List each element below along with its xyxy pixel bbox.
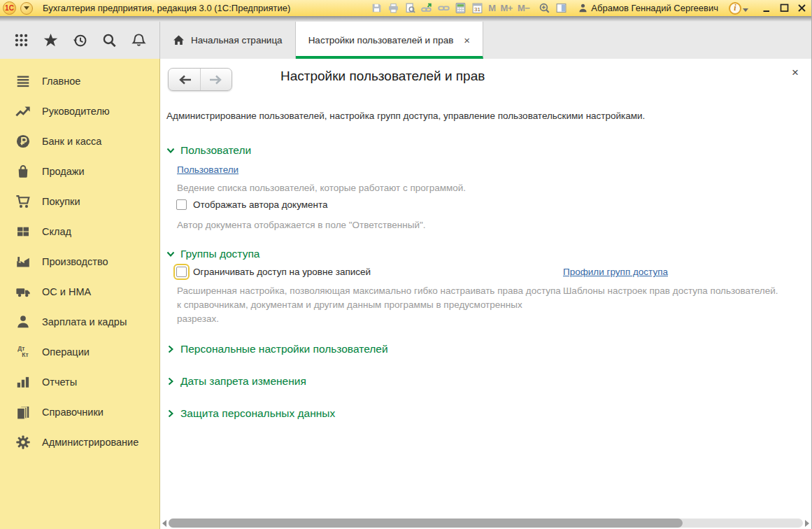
scroll-right-arrow-icon[interactable]	[805, 520, 809, 527]
user-name: Абрамов Геннадий Сергеевич	[591, 3, 718, 13]
tab-close-icon[interactable]: ×	[464, 35, 470, 45]
function-panel	[0, 22, 160, 59]
user-icon	[578, 3, 588, 13]
trend-up-icon	[15, 103, 31, 120]
titlebar-shadow	[0, 16, 811, 22]
cart-icon	[15, 193, 31, 210]
chevron-down-icon	[166, 250, 175, 258]
sidebar-item-warehouse[interactable]: Склад	[0, 216, 159, 246]
section-personal-data-protection-header[interactable]: Защита персональных данных	[166, 407, 335, 420]
sidebar-item-references[interactable]: Справочники	[0, 397, 159, 427]
page-subtitle: Администрирование пользователей, настрой…	[166, 111, 645, 121]
window-title: Бухгалтерия предприятия, редакция 3.0 (1…	[43, 3, 290, 13]
current-user[interactable]: Абрамов Геннадий Сергеевич	[578, 3, 718, 13]
minimize-icon	[762, 3, 772, 13]
sidebar-item-administration[interactable]: Администрирование	[0, 427, 159, 457]
maximize-icon	[779, 3, 790, 13]
info-icon: i	[729, 2, 741, 15]
save-icon[interactable]	[371, 2, 383, 14]
show-document-author-checkbox[interactable]: Отображать автора документа	[176, 199, 328, 210]
tab-label: Начальная страница	[191, 35, 283, 45]
maximize-button[interactable]	[779, 3, 790, 13]
sidebar-item-bank-cash[interactable]: Банк и касса	[0, 126, 159, 156]
checkbox-box[interactable]	[176, 199, 187, 210]
restrict-access-record-level-checkbox[interactable]: Ограничивать доступ на уровне записей	[176, 267, 371, 277]
history-nav-buttons	[168, 68, 232, 91]
section-change-ban-dates-header[interactable]: Даты запрета изменения	[166, 375, 306, 388]
chevron-right-icon	[166, 409, 175, 418]
calculator-icon[interactable]	[455, 2, 466, 14]
access-group-profiles-link[interactable]: Профили групп доступа	[563, 267, 668, 277]
tab-user-rights-settings[interactable]: Настройки пользователей и прав ×	[296, 22, 483, 59]
back-button[interactable]	[169, 69, 200, 90]
warehouse-grid-icon	[15, 223, 31, 240]
sidebar-item-operations[interactable]: ДтКт Операции	[0, 337, 159, 367]
sidebar-item-reports[interactable]: Отчеты	[0, 367, 159, 397]
search-icon[interactable]	[101, 32, 117, 49]
ruble-circle-icon	[15, 133, 31, 150]
get-link-icon[interactable]	[438, 2, 450, 14]
forward-button[interactable]	[200, 69, 232, 90]
go-to-link-icon[interactable]	[421, 2, 433, 14]
settings-form: Настройки пользователей и прав × Админис…	[160, 59, 811, 529]
access-group-profiles-description: Шаблоны настроек прав доступа пользовате…	[563, 284, 812, 298]
sidebar-item-purchases[interactable]: Покупки	[0, 186, 159, 216]
chevron-right-icon	[166, 377, 175, 386]
sidebar-item-sales[interactable]: Продажи	[0, 156, 159, 186]
tab-bar: Начальная страница Настройки пользовател…	[0, 22, 811, 59]
print-preview-icon[interactable]	[404, 2, 416, 14]
arrow-right-icon	[209, 75, 223, 85]
scale-m-minus-button[interactable]: M−	[518, 3, 529, 13]
home-icon	[173, 34, 185, 46]
person-icon	[15, 313, 31, 330]
favorites-star-icon[interactable]	[42, 32, 59, 49]
scroll-left-arrow-icon[interactable]	[162, 520, 166, 527]
shopping-bag-icon	[15, 163, 31, 180]
section-access-groups-header[interactable]: Группы доступа	[166, 248, 259, 260]
history-icon[interactable]	[71, 32, 88, 49]
main-menu-dropdown-button[interactable]	[20, 2, 33, 15]
1c-logo-icon[interactable]: 1С	[3, 1, 16, 15]
scrollbar-thumb[interactable]	[169, 519, 683, 528]
sidebar-item-for-manager[interactable]: Руководителю	[0, 96, 159, 126]
checkbox-box[interactable]	[176, 267, 187, 277]
close-window-button[interactable]	[797, 3, 807, 13]
form-close-icon[interactable]: ×	[792, 66, 799, 80]
sidebar-item-salary-hr[interactable]: Зарплата и кадры	[0, 306, 159, 337]
scale-m-button[interactable]: M	[488, 3, 495, 13]
scale-m-plus-button[interactable]: M+	[500, 3, 512, 13]
arrow-left-icon	[178, 75, 192, 85]
print-icon[interactable]	[387, 2, 399, 14]
caret-down-icon	[24, 6, 29, 10]
close-icon	[797, 3, 807, 13]
apps-menu-icon[interactable]	[13, 32, 29, 49]
truck-icon	[15, 283, 31, 300]
sidebar-item-os-nma[interactable]: ОС и НМА	[0, 276, 159, 306]
title-bar: 1С Бухгалтерия предприятия, редакция 3.0…	[0, 0, 811, 16]
sidebar-item-production[interactable]: Производство	[0, 246, 159, 276]
sections-sidebar: Главное Руководителю Банк и касса Продаж…	[0, 59, 160, 529]
zoom-icon[interactable]	[539, 2, 550, 14]
show-document-author-description: Автор документа отображается в поле "Отв…	[177, 218, 426, 232]
calendar-day-number: 31	[474, 6, 480, 13]
menu-icon	[15, 73, 31, 90]
horizontal-scrollbar[interactable]	[162, 518, 809, 528]
scrollbar-track[interactable]	[169, 519, 803, 528]
section-users-header[interactable]: Пользователи	[166, 144, 251, 157]
chevron-right-icon	[166, 345, 175, 353]
sidebar-item-main[interactable]: Главное	[0, 66, 159, 96]
calendar-icon[interactable]: 31	[471, 2, 483, 14]
split-view-icon[interactable]	[555, 2, 567, 14]
caret-down-icon	[743, 8, 748, 12]
minimize-button[interactable]	[762, 3, 772, 13]
info-menu-button[interactable]: i	[729, 2, 748, 15]
app-window: 1С Бухгалтерия предприятия, редакция 3.0…	[0, 0, 812, 529]
factory-icon	[15, 253, 31, 270]
section-personal-settings-header[interactable]: Персональные настройки пользователей	[166, 343, 388, 355]
restrict-access-description: Расширенная настройка, позволяющая макси…	[177, 284, 565, 326]
page-title: Настройки пользователей и прав	[280, 69, 485, 84]
dt-kt-icon: ДтКт	[15, 344, 31, 360]
tab-home[interactable]: Начальная страница	[160, 22, 296, 59]
notifications-bell-icon[interactable]	[130, 32, 147, 49]
users-link[interactable]: Пользователи	[177, 164, 238, 175]
